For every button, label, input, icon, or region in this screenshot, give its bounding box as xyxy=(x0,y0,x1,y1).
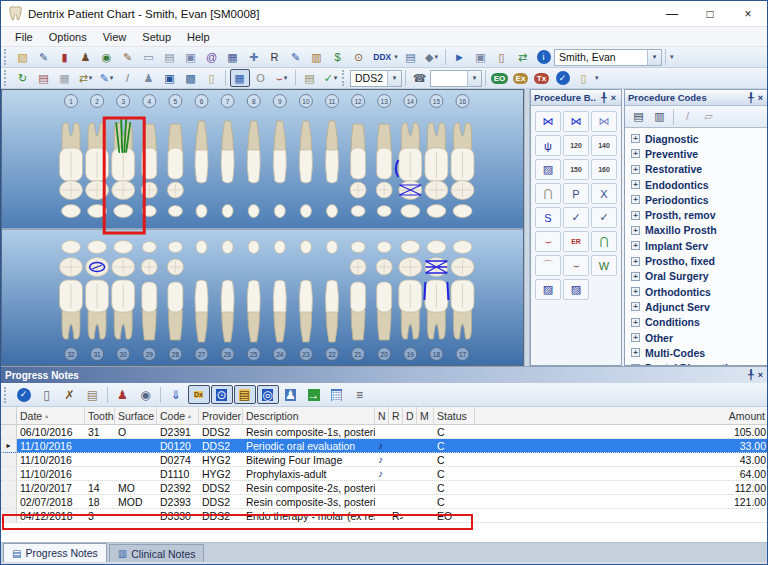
copy-pages-icon[interactable]: ▣ xyxy=(181,48,201,66)
patient-alerts-icon[interactable]: ► xyxy=(450,48,470,66)
print-chart-icon[interactable]: ▤ xyxy=(34,69,54,87)
tab-progress-notes[interactable]: ▤Progress Notes xyxy=(3,543,107,562)
pin-icon[interactable]: ╀ xyxy=(746,370,755,380)
expand-plus-icon[interactable]: + xyxy=(631,211,640,220)
category-adjunct-serv[interactable]: +Adjunct Serv xyxy=(627,299,766,314)
chevron-down-icon[interactable]: ▾ xyxy=(110,74,114,82)
expand-plus-icon[interactable]: + xyxy=(631,180,640,189)
expand-plus-icon[interactable]: + xyxy=(631,333,640,342)
billing-icon[interactable]: $ xyxy=(328,48,348,66)
column-header-amount[interactable]: Amount xyxy=(475,407,768,424)
3d-model-icon[interactable]: ◆▾ xyxy=(422,48,442,66)
blank-form-icon[interactable]: ▭ xyxy=(139,48,159,66)
category-oral-surgery[interactable]: +Oral Surgery xyxy=(627,269,766,284)
tooth-x-button[interactable]: X xyxy=(591,183,617,204)
close-button[interactable]: × xyxy=(729,1,767,26)
column-header-description[interactable]: Description xyxy=(243,407,375,424)
grid-window-icon[interactable]: ▦ xyxy=(223,48,243,66)
toolbar-overflow-icon[interactable]: ▾ xyxy=(595,74,599,82)
pin-icon[interactable]: ╀ xyxy=(746,93,755,103)
view-completed-toggle[interactable]: ⊙ xyxy=(211,385,233,404)
expand-plus-icon[interactable]: + xyxy=(631,241,640,250)
category-preventive[interactable]: +Preventive xyxy=(627,146,766,161)
category-restorative[interactable]: +Restorative xyxy=(627,162,766,177)
expand-plus-icon[interactable]: + xyxy=(631,287,640,296)
patient-picture-icon[interactable]: ▣ xyxy=(471,48,491,66)
expand-plus-icon[interactable]: + xyxy=(631,257,640,266)
perio-pencil-icon[interactable]: ✎ xyxy=(118,48,138,66)
view-window-icon[interactable]: ▦ xyxy=(326,385,348,404)
probe-icon[interactable]: / xyxy=(118,69,138,87)
expand-plus-icon[interactable]: + xyxy=(631,302,640,311)
expand-plus-icon[interactable]: + xyxy=(631,165,640,174)
category-endodontics[interactable]: +Endodontics xyxy=(627,177,766,192)
table-row[interactable]: 11/10/2016D0274HYG2Bitewing Four Image♪C… xyxy=(1,453,768,467)
notes-list-icon[interactable]: ≡ xyxy=(349,385,371,404)
expand-plus-icon[interactable]: + xyxy=(631,272,640,281)
category-maxillo-prosth[interactable]: +Maxillo Prosth xyxy=(627,223,766,238)
expand-plus-icon[interactable]: + xyxy=(631,195,640,204)
view-exam-toggle[interactable]: ◎ xyxy=(257,385,279,404)
delete-procedure-icon[interactable]: ▯ xyxy=(36,385,58,404)
probe-160-button[interactable]: 160 xyxy=(591,159,617,180)
refresh-icon[interactable]: ↻ xyxy=(13,69,33,87)
crown-veneer-button[interactable]: ⋈ xyxy=(591,111,617,132)
list-detail-view-icon[interactable]: ▤ xyxy=(629,108,649,126)
phone-tooth-icon[interactable]: ☎ xyxy=(410,69,430,87)
transfer-arrow-icon[interactable]: → xyxy=(303,385,325,404)
column-header-tooth[interactable]: Tooth xyxy=(85,407,115,424)
category-implant-serv[interactable]: +Implant Serv xyxy=(627,238,766,253)
watch-button[interactable]: W xyxy=(591,255,617,276)
web-tooth-icon[interactable]: ◉ xyxy=(97,48,117,66)
provider-note-icon[interactable]: ♟ xyxy=(112,385,134,404)
documents-icon[interactable]: ▥ xyxy=(307,48,327,66)
table-row[interactable]: 02/07/201818MODD2393DDS2Resin composite-… xyxy=(1,495,768,509)
fax-icon[interactable]: ▦ xyxy=(55,69,75,87)
column-header-n[interactable]: N xyxy=(375,407,389,424)
category-diagnostic[interactable]: +Diagnostic xyxy=(627,131,766,146)
denture-upper-button[interactable]: ⌒ xyxy=(535,255,561,276)
patient-select-combo[interactable]: Smith, Evan▾ xyxy=(554,49,662,66)
switch-patient-icon[interactable]: ⇄ xyxy=(513,48,533,66)
chart-book-icon[interactable]: ▮ xyxy=(55,48,75,66)
column-header-code[interactable]: Code▴ xyxy=(157,407,199,424)
denture-lower-button[interactable]: ⌣ xyxy=(563,255,589,276)
chart-view-combo[interactable]: ▾ xyxy=(430,70,482,87)
door-panel-icon[interactable]: ▯ xyxy=(574,69,594,87)
column-header-provider[interactable]: Provider xyxy=(199,407,243,424)
maximize-button[interactable]: □ xyxy=(691,1,729,26)
clipboard-tooth-icon[interactable]: ▯ xyxy=(202,69,222,87)
table-row[interactable]: 11/20/201714MOD2392DDS2Resin composite-2… xyxy=(1,481,768,495)
patient-chair-icon[interactable]: ♟ xyxy=(76,48,96,66)
dentures-icon[interactable]: ⌣▾ xyxy=(272,69,292,87)
chevron-down-icon[interactable]: ▾ xyxy=(89,74,93,82)
drill-icon[interactable]: / xyxy=(678,108,698,126)
chevron-down-icon[interactable]: ▾ xyxy=(434,53,438,61)
select-patient-icon[interactable]: ▧ xyxy=(13,48,33,66)
provider-combo[interactable]: DDS2▾ xyxy=(350,70,402,87)
probe-120-button[interactable]: 120 xyxy=(563,135,589,156)
tooth-check-button[interactable]: ✓ xyxy=(563,207,589,228)
prescriptions-icon[interactable]: R xyxy=(265,48,285,66)
print-icon[interactable]: ▤ xyxy=(82,385,104,404)
category-dental-diagnostics[interactable]: +Dental Diagnostics xyxy=(627,360,766,365)
category-multi-codes[interactable]: +Multi-Codes xyxy=(627,345,766,360)
quick-letters-icon[interactable]: ✎ xyxy=(286,48,306,66)
expand-plus-icon[interactable]: + xyxy=(631,364,640,365)
monitor-image-icon[interactable]: ▩ xyxy=(181,69,201,87)
treatment-wand-icon[interactable]: ✓▾ xyxy=(321,69,341,87)
complete-check-icon[interactable]: ✓ xyxy=(553,69,573,87)
menu-item-file[interactable]: File xyxy=(7,29,41,45)
chevron-down-icon[interactable]: ▾ xyxy=(467,71,481,86)
category-prostho-fixed[interactable]: +Prostho, fixed xyxy=(627,253,766,268)
column-header-m[interactable]: M xyxy=(417,407,434,424)
category-orthodontics[interactable]: +Orthodontics xyxy=(627,284,766,299)
expand-plus-icon[interactable]: + xyxy=(631,348,640,357)
column-header-surface[interactable]: Surface xyxy=(115,407,157,424)
crown-button[interactable]: ⋈ xyxy=(535,111,561,132)
ex-status-icon[interactable]: Ex xyxy=(511,69,531,87)
invalidate-procedure-icon[interactable]: ✗ xyxy=(59,385,81,404)
sealant-button[interactable]: S xyxy=(535,207,561,228)
view-procedures-toggle[interactable]: Dx xyxy=(188,385,210,404)
chart-layout-icon[interactable]: ▦ xyxy=(230,69,250,87)
